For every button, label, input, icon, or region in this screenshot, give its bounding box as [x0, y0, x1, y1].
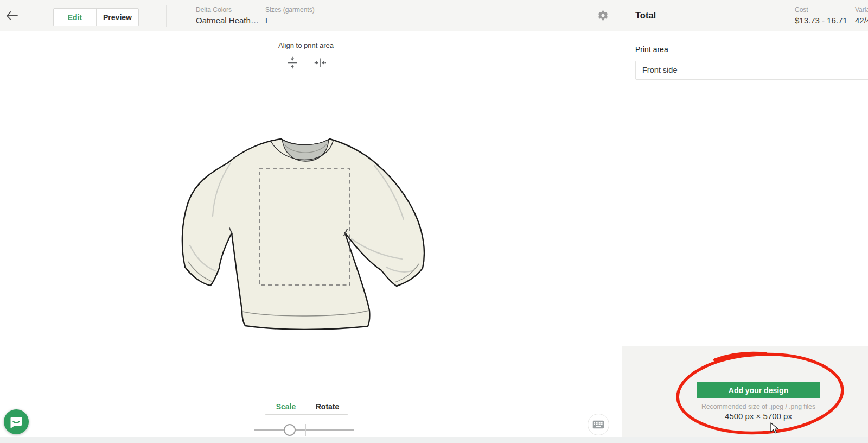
product-color-selector[interactable]: Delta Colors Oatmeal Heath…	[196, 6, 259, 25]
rotate-tab[interactable]: Rotate	[307, 398, 348, 414]
edit-tab[interactable]: Edit	[54, 9, 96, 26]
sweatshirt-mockup	[176, 129, 431, 336]
sweatshirt-body	[182, 139, 424, 330]
variants-label: Varia	[855, 6, 868, 14]
scale-rotate-toggle: Scale Rotate	[265, 398, 348, 415]
align-horizontal-center-button[interactable]	[314, 56, 326, 69]
arrow-left-icon	[6, 11, 18, 20]
add-design-button[interactable]: Add your design	[697, 382, 820, 398]
design-editor: Edit Preview Delta Colors Oatmeal Heath……	[0, 0, 868, 443]
sizes-selector[interactable]: Sizes (garments) L	[265, 6, 315, 25]
recommended-hint: Recommended size of .jpeg / .png files	[677, 403, 840, 410]
chat-launcher-button[interactable]	[4, 409, 29, 434]
cost-label: Cost	[795, 6, 847, 14]
chat-bubble-icon	[9, 415, 23, 429]
align-vertical-center-icon	[286, 56, 298, 69]
keyboard-shortcuts-button[interactable]	[588, 414, 609, 435]
align-vertical-center-button[interactable]	[286, 56, 298, 69]
cost-summary: Cost $13.73 - 16.71	[795, 6, 847, 25]
align-horizontal-center-icon	[314, 56, 326, 69]
scale-slider-track[interactable]	[254, 429, 354, 431]
sizes-value: L	[265, 16, 315, 25]
settings-button[interactable]	[597, 10, 610, 23]
edit-preview-toggle: Edit Preview	[53, 8, 139, 26]
color-label: Delta Colors	[196, 6, 259, 14]
toolbar-divider	[166, 5, 167, 27]
recommended-size: 4500 px × 5700 px	[677, 412, 840, 421]
color-value: Oatmeal Heath…	[196, 16, 259, 25]
cost-value: $13.73 - 16.71	[795, 16, 847, 25]
print-area-select[interactable]: Front side	[635, 61, 868, 80]
variants-value: 42/4	[855, 16, 868, 25]
summary-header: Total Cost $13.73 - 16.71 Varia 42/4	[622, 0, 868, 31]
back-button[interactable]	[4, 9, 20, 23]
print-area-heading: Print area	[635, 45, 668, 54]
variants-summary: Varia 42/4	[855, 6, 868, 25]
scale-slider-center-tick	[305, 424, 306, 436]
scale-tab[interactable]: Scale	[265, 398, 307, 414]
total-title: Total	[635, 10, 656, 21]
right-panel: Print area Front side Add your design Re…	[622, 31, 868, 443]
sizes-label: Sizes (garments)	[265, 6, 315, 14]
preview-tab[interactable]: Preview	[96, 9, 138, 26]
keyboard-icon	[592, 420, 604, 429]
align-to-print-area-label: Align to print area	[252, 41, 360, 49]
horizontal-scrollbar[interactable]	[0, 437, 868, 443]
scale-slider-knob[interactable]	[284, 424, 296, 436]
upload-section: Add your design Recommended size of .jpe…	[622, 346, 868, 443]
design-canvas[interactable]: Align to print area	[0, 31, 622, 443]
gear-icon	[597, 10, 609, 21]
